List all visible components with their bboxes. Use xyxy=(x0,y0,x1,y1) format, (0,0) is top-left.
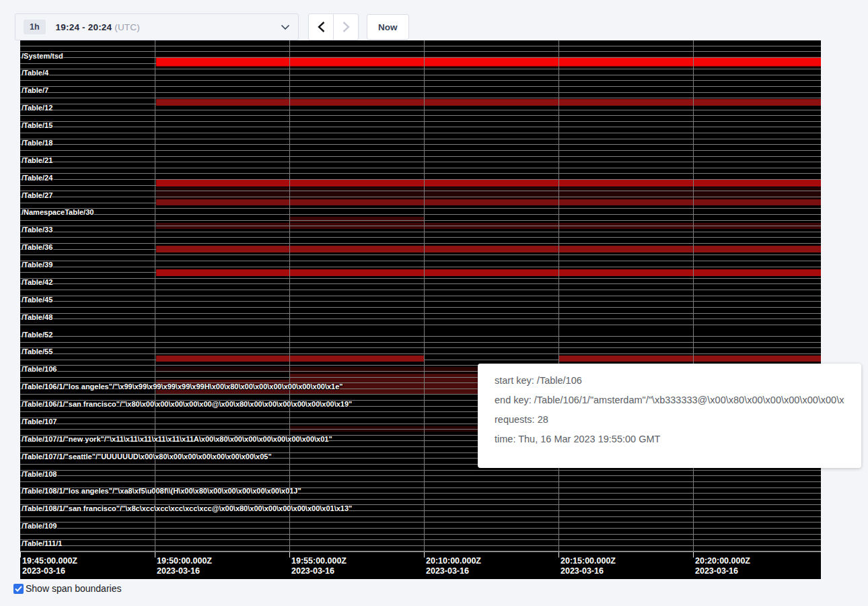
row-label: /Table/107 xyxy=(22,417,57,426)
row-label: /Table/109 xyxy=(22,522,57,530)
x-axis-time: 19:55:00.000Z xyxy=(291,556,347,566)
x-axis-tick xyxy=(155,552,155,558)
x-axis-date: 2023-03-16 xyxy=(291,566,347,576)
x-axis-date: 2023-03-16 xyxy=(22,566,77,576)
x-axis-label: 20:10:00.000Z2023-03-16 xyxy=(426,556,481,576)
vertical-gridline xyxy=(558,40,559,551)
row-label: /Table/108 xyxy=(22,470,57,478)
row-label: /Table/108/1/"los angeles"/"\xa8\xf5\u00… xyxy=(22,487,301,495)
row-label: /Table/111/1 xyxy=(22,539,62,547)
heat-band xyxy=(156,187,821,199)
row-label: /Table/42 xyxy=(22,278,52,286)
heat-band xyxy=(558,356,821,362)
heat-band xyxy=(289,426,478,432)
x-axis-tick xyxy=(693,552,694,558)
tooltip-end-key: end key: /Table/106/1/"amsterdam"/"\xb33… xyxy=(495,395,844,405)
row-label: /Table/36 xyxy=(22,243,52,251)
row-label: /Table/21 xyxy=(22,156,52,164)
heat-band xyxy=(156,58,821,66)
tooltip-start-key: start key: /Table/106 xyxy=(495,375,844,386)
heat-band xyxy=(156,223,821,229)
x-axis-date: 2023-03-16 xyxy=(157,566,212,576)
row-label: /Table/106 xyxy=(22,365,57,373)
row-label: /Table/33 xyxy=(22,226,52,234)
x-axis-label: 19:50:00.000Z2023-03-16 xyxy=(157,556,212,576)
time-nav-group xyxy=(308,13,359,40)
heat-band xyxy=(156,367,289,372)
key-visualizer-page: 1h 19:24 - 20:24 (UTC) Now /System/tsd/T… xyxy=(0,0,868,606)
row-label: /Table/52 xyxy=(22,331,52,339)
show-span-boundaries-checkbox[interactable] xyxy=(13,584,24,594)
row-label: /System/tsd xyxy=(22,52,63,60)
tooltip-time: time: Thu, 16 Mar 2023 19:55:00 GMT xyxy=(495,434,844,444)
row-label: /Table/27 xyxy=(22,191,52,199)
x-axis-label: 19:55:00.000Z2023-03-16 xyxy=(291,556,347,576)
heatmap-canvas[interactable]: /System/tsd/Table/4/Table/7/Table/12/Tab… xyxy=(20,40,821,579)
row-label: /Table/24 xyxy=(22,174,52,182)
x-axis-time: 19:50:00.000Z xyxy=(157,556,212,566)
row-label: /Table/106/1/"los angeles"/"\x99\x99\x99… xyxy=(22,382,343,391)
x-axis-tick xyxy=(558,552,559,558)
row-label: /Table/107/1/"new york"/"\x11\x11\x11\x1… xyxy=(22,435,332,443)
row-label: /NamespaceTable/30 xyxy=(22,208,94,216)
span-tooltip: start key: /Table/106 end key: /Table/10… xyxy=(478,364,861,468)
heat-band xyxy=(156,269,821,276)
heat-band xyxy=(289,367,478,372)
x-axis-time: 20:10:00.000Z xyxy=(426,556,481,566)
x-axis-label: 20:15:00.000Z2023-03-16 xyxy=(560,556,616,576)
x-axis-label: 20:20:00.000Z2023-03-16 xyxy=(695,556,750,576)
x-axis-date: 2023-03-16 xyxy=(695,566,750,576)
row-label: /Table/48 xyxy=(22,313,52,321)
span-boundary-lines xyxy=(20,40,821,551)
vertical-gridline xyxy=(424,40,425,551)
row-label: /Table/107/1/"seattle"/"UUUUUUD\x00\x80\… xyxy=(22,452,272,461)
timezone-label: (UTC) xyxy=(114,22,140,32)
x-axis-tick xyxy=(289,552,290,558)
heat-band xyxy=(156,180,821,187)
heat-band xyxy=(156,199,821,205)
row-label: /Table/45 xyxy=(22,296,52,304)
vertical-gridline xyxy=(693,40,694,551)
x-axis-baseline xyxy=(20,551,821,552)
row-label: /Table/15 xyxy=(22,121,52,129)
heat-band xyxy=(289,217,424,222)
x-axis-time: 19:45:00.000Z xyxy=(22,556,77,566)
previous-interval-button[interactable] xyxy=(308,13,334,40)
time-range-label: 19:24 - 20:24 (UTC) xyxy=(56,22,140,32)
x-axis-time: 20:15:00.000Z xyxy=(560,556,616,566)
now-button[interactable]: Now xyxy=(367,14,409,40)
row-label: /Table/7 xyxy=(22,86,48,94)
row-label: /Table/108/1/"san francisco"/"\x8c\xcc\x… xyxy=(22,504,352,512)
row-label: /Table/55 xyxy=(22,347,52,356)
x-axis-tick xyxy=(20,552,21,558)
chevron-down-icon xyxy=(281,24,290,30)
x-axis-date: 2023-03-16 xyxy=(560,566,616,576)
heat-band xyxy=(289,374,478,380)
heat-band xyxy=(156,66,821,67)
show-span-boundaries-label: Show span boundaries xyxy=(26,583,121,594)
row-label: /Table/106/1/"san francisco"/"\x80\x00\x… xyxy=(22,400,352,408)
vertical-gridline xyxy=(155,40,155,551)
heat-band xyxy=(156,246,821,252)
x-axis-tick xyxy=(424,552,425,558)
heat-band xyxy=(156,99,821,106)
row-label: /Table/4 xyxy=(22,69,48,77)
x-axis-date: 2023-03-16 xyxy=(426,566,481,576)
row-label: /Table/18 xyxy=(22,139,52,147)
duration-badge: 1h xyxy=(24,20,46,34)
x-axis-label: 19:45:00.000Z2023-03-16 xyxy=(22,556,77,576)
tooltip-requests: requests: 28 xyxy=(495,414,844,425)
row-label: /Table/12 xyxy=(22,104,52,112)
vertical-gridline xyxy=(289,40,290,551)
footer-controls: Show span boundaries xyxy=(13,583,121,594)
x-axis-time: 20:20:00.000Z xyxy=(695,556,750,566)
heat-band xyxy=(156,356,424,362)
next-interval-button-disabled[interactable] xyxy=(333,13,359,40)
row-label: /Table/39 xyxy=(22,261,52,269)
time-range-dropdown[interactable]: 1h 19:24 - 20:24 (UTC) xyxy=(15,13,299,40)
